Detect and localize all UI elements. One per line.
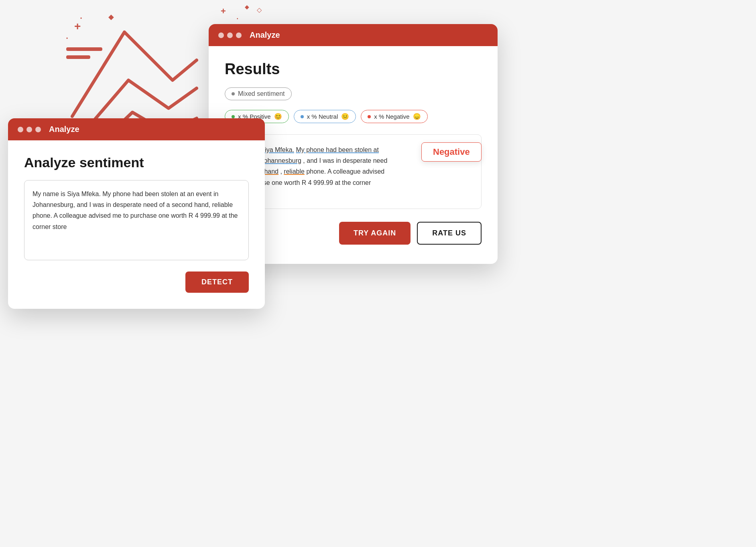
svg-text:•: • [66,36,68,41]
negative-emoji: 😞 [413,113,421,120]
neutral-emoji: 😐 [341,113,349,120]
mixed-dot [232,92,235,95]
titlebar-dot-2 [227,32,233,38]
svg-rect-9 [66,55,90,59]
results-titlebar: Analyze [209,24,498,46]
titlebar-traffic-lights [218,32,242,38]
detect-button-row: DETECT [24,271,249,293]
svg-rect-8 [66,47,102,51]
detect-button[interactable]: DETECT [185,271,249,293]
highlight-reliable: reliable [284,168,305,175]
neutral-badge: x % Neutral 😐 [294,110,356,123]
mixed-sentiment-label: Mixed sentiment [238,90,285,97]
analyze-titlebar: Analyze [8,118,265,140]
analyze-dot-2 [26,127,32,132]
analyze-body: Analyze sentiment My name is Siya Mfeka.… [8,140,265,309]
analyze-window: Analyze Analyze sentiment My name is Siy… [8,118,265,309]
results-title: Results [225,61,482,78]
svg-text:•: • [80,16,82,21]
negative-text: Negative [433,147,470,157]
analyze-dot-3 [35,127,41,132]
mixed-sentiment-badge: Mixed sentiment [225,87,292,100]
analyze-sentiment-title: Analyze sentiment [24,155,249,170]
neutral-dot [301,115,304,118]
results-titlebar-label: Analyze [250,30,280,40]
highlight-stolen: My phone had been stolen at [296,146,379,153]
text-phone: phone. A colleague advised [306,168,384,175]
negative-label: x % Negative [374,113,409,120]
sentiment-textarea[interactable]: My name is Siya Mfeka. My phone had been… [24,180,249,260]
titlebar-dot-3 [236,32,242,38]
svg-text:◇: ◇ [257,6,262,13]
try-again-button[interactable]: TRY AGAIN [339,222,411,245]
positive-emoji: 😊 [274,113,282,120]
svg-text:+: + [221,6,226,16]
titlebar-dot-1 [218,32,224,38]
analyze-titlebar-dots [18,127,41,132]
svg-text:+: + [74,20,81,32]
negative-popup-label: Negative [421,142,482,162]
negative-dot [368,115,371,118]
neutral-label: x % Neutral [307,113,338,120]
rate-us-button[interactable]: RATE US [417,222,482,245]
svg-text:◆: ◆ [108,13,114,21]
negative-badge: x % Negative 😞 [361,110,427,123]
svg-text:◆: ◆ [245,4,249,10]
positive-dot [232,115,235,118]
text-and: , and I was in desperate need [303,157,387,164]
text-comma: , [280,168,284,175]
svg-text:•: • [237,16,238,21]
analyze-titlebar-label: Analyze [49,125,79,134]
analyze-dot-1 [18,127,23,132]
